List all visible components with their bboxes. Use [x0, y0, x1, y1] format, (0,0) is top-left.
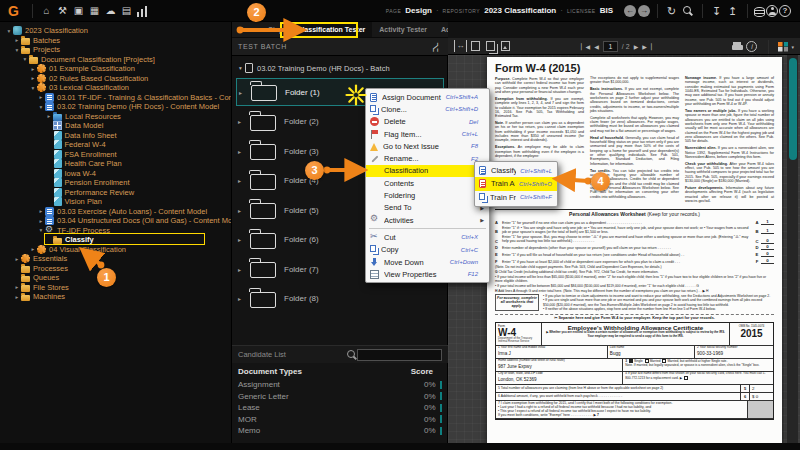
expand-arrow-icon[interactable]: ▸	[13, 37, 21, 43]
tree-item[interactable]: Pension Enrollment	[0, 178, 232, 188]
expand-arrow-icon[interactable]	[238, 236, 247, 243]
help-icon[interactable]	[779, 5, 791, 17]
candidate-search-input[interactable]	[357, 349, 442, 361]
tree-item[interactable]: ▾ 03.02 Training Demo (HR Docs) - Conten…	[0, 102, 232, 112]
tree-item[interactable]: ▾ Document Classification [Projects]	[0, 55, 232, 65]
home-icon[interactable]	[39, 4, 54, 18]
batch-root-row[interactable]: ▾ 03.02 Training Demo (HR Docs) - Batch	[236, 60, 444, 76]
account-icon[interactable]	[766, 5, 778, 17]
briefcase-icon[interactable]	[87, 4, 102, 18]
menu-item[interactable]: Classify... Ctrl+Shift+L	[475, 164, 557, 177]
tree-item[interactable]: ▾ 2023 Classification	[0, 26, 232, 36]
expand-arrow-icon[interactable]: ▾	[21, 56, 29, 62]
clipboard-icon[interactable]	[119, 4, 134, 18]
image-view-icon[interactable]	[499, 40, 512, 52]
folder-row[interactable]: Folder (8)	[236, 285, 444, 313]
layers-icon[interactable]	[778, 42, 788, 52]
expand-arrow-icon[interactable]: ▾	[5, 28, 13, 34]
menu-item[interactable]: Clone... Ctrl+Shift+D	[366, 103, 489, 115]
last-page-button[interactable]: ▶▕	[642, 43, 651, 50]
chevron-down-icon[interactable]: ▾	[791, 44, 794, 50]
forward-icon[interactable]	[638, 5, 650, 17]
expand-arrow-icon[interactable]: ▸	[37, 94, 45, 100]
doctype-row[interactable]: Lease 0%	[232, 402, 448, 414]
tree-item[interactable]: ▸ Batches	[0, 36, 232, 46]
tree-item[interactable]: ▸ 03.01 TF-IDF - Training & Classificati…	[0, 93, 232, 103]
menu-item[interactable]: Flag Item... Ctrl+L	[366, 128, 489, 140]
menu-item[interactable]: Activities ▶	[366, 214, 489, 226]
menu-item[interactable]: Delete Del	[366, 116, 489, 128]
info-icon[interactable]	[746, 41, 757, 52]
tools-icon[interactable]	[55, 4, 70, 18]
expand-arrow-icon[interactable]	[238, 207, 247, 214]
tree-item[interactable]: ▸ 02 Rules Based Classification	[0, 74, 232, 84]
refresh-icon[interactable]	[664, 4, 679, 18]
tree-item[interactable]: ▾ Projects	[0, 45, 232, 55]
chart-icon[interactable]	[135, 4, 150, 18]
doctype-row[interactable]: MOR 0%	[232, 414, 448, 426]
tab[interactable]: Classification Tester	[290, 22, 372, 37]
expand-arrow-icon[interactable]: ▸	[13, 294, 21, 300]
expand-arrow-icon[interactable]	[238, 177, 247, 184]
tree-item[interactable]: Performance Review	[0, 188, 232, 198]
menu-item[interactable]: Train As... Ctrl+Shift+O	[475, 177, 557, 190]
tree-item[interactable]: Queues	[0, 273, 232, 283]
tree-item[interactable]: ▸ 03.03 Exercise (Auto Loans) - Content …	[0, 207, 232, 217]
search-icon[interactable]	[680, 4, 695, 18]
tree-item[interactable]: Processes	[0, 264, 232, 274]
menu-item[interactable]: Train From... Ctrl+Shift+F	[475, 191, 557, 204]
cloud-upload-icon[interactable]	[103, 4, 118, 18]
menu-item[interactable]: Copy Ctrl+C	[366, 244, 489, 256]
expand-arrow-icon[interactable]	[238, 266, 247, 273]
expand-arrow-icon[interactable]: ▸	[45, 113, 53, 119]
expand-arrow-icon[interactable]	[238, 295, 247, 302]
fit-page-icon[interactable]	[469, 40, 482, 52]
tree-item[interactable]: ▸ Essentials	[0, 254, 232, 264]
hierarchy-view-icon[interactable]	[431, 41, 441, 53]
tab[interactable]: Process Step	[232, 22, 290, 37]
doctype-row[interactable]: Memo 0%	[232, 425, 448, 437]
expand-arrow-icon[interactable]: ▸	[37, 218, 45, 224]
document-canvas[interactable]: Form W-4 (2015) Purpose. Complete Form W…	[448, 55, 800, 450]
expand-arrow-icon[interactable]	[238, 118, 247, 125]
expand-arrow-icon[interactable]	[238, 148, 247, 155]
database-icon[interactable]	[754, 7, 765, 17]
tree-item[interactable]: ▸ Local Resources	[0, 112, 232, 122]
next-page-button[interactable]: ▶	[634, 43, 639, 50]
expand-arrow-icon[interactable]: ▸	[13, 284, 21, 290]
expand-arrow-icon[interactable]: ▾	[236, 65, 245, 71]
tree-item[interactable]: ▸ 01 Example Classification	[0, 64, 232, 74]
first-page-button[interactable]: ▏◀	[581, 43, 590, 50]
menu-item[interactable]: Foldering ▶	[366, 189, 489, 201]
download-icon[interactable]	[709, 4, 724, 18]
menu-item[interactable]: Assign Document Type... Ctrl+Shift+A	[366, 91, 489, 103]
tree-item[interactable]: Iowa W-4	[0, 169, 232, 179]
menu-item[interactable]: Cut Ctrl+X	[366, 231, 489, 243]
page-number-box[interactable]: 1	[603, 41, 618, 52]
tree-item[interactable]: Data Info Sheet	[0, 131, 232, 141]
tree-item[interactable]: Vision Plan	[0, 197, 232, 207]
batches-icon[interactable]	[71, 4, 86, 18]
menu-item[interactable]: Send To ▶	[366, 202, 489, 214]
menu-item[interactable]: Contents ▶	[366, 177, 489, 189]
menu-item[interactable]: View Properties F12	[366, 268, 489, 280]
tree-item[interactable]: Data Model	[0, 121, 232, 131]
doctype-row[interactable]: Generic Letter 0%	[232, 391, 448, 403]
scrollbar-thumb[interactable]	[789, 58, 797, 160]
tab[interactable]: Activity Tester	[372, 22, 434, 37]
upload-icon[interactable]	[725, 4, 740, 18]
menu-item[interactable]	[369, 228, 486, 229]
back-icon[interactable]	[624, 5, 636, 17]
expand-arrow-icon[interactable]: ▾	[13, 47, 21, 53]
expand-arrow-icon[interactable]: ▸	[37, 208, 45, 214]
prev-page-button[interactable]: ◀	[594, 43, 599, 50]
print-icon[interactable]	[731, 41, 744, 53]
menu-item[interactable]: Move Down Ctrl+Down	[366, 256, 489, 268]
page-value[interactable]: Design	[405, 6, 432, 15]
fit-width-icon[interactable]	[454, 40, 467, 52]
menu-item[interactable]: Go to Next Issue F8	[366, 140, 489, 152]
tree-item[interactable]: FSA Enrollment	[0, 150, 232, 160]
menu-item[interactable]: Classification ▶	[366, 165, 489, 177]
repository-value[interactable]: 2023 Classification	[484, 6, 556, 15]
tree-item[interactable]: Classify	[0, 235, 232, 245]
